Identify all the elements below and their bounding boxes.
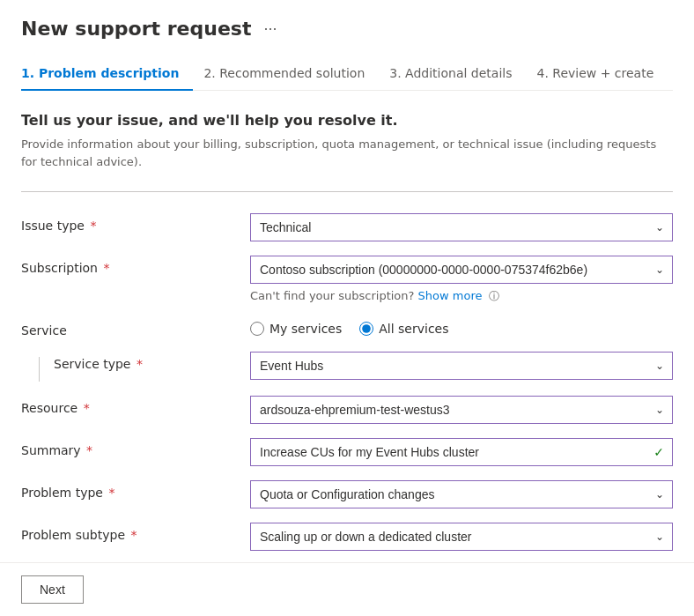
show-more-link[interactable]: Show more (418, 289, 483, 302)
problem-type-select[interactable]: Quota or Configuration changes (250, 480, 673, 508)
info-icon[interactable]: ⓘ (489, 290, 499, 302)
wizard-step-4[interactable]: 4. Review + create (536, 57, 668, 90)
summary-row: Summary * Increase CUs for my Event Hubs… (21, 438, 673, 466)
resource-select[interactable]: ardsouza-ehpremium-test-westus3 (250, 396, 673, 424)
next-button[interactable]: Next (21, 575, 84, 604)
ellipsis-menu-button[interactable]: ··· (260, 18, 280, 40)
issue-type-label: Issue type * (21, 213, 250, 233)
problem-subtype-row: Problem subtype * Scaling up or down a d… (21, 523, 673, 551)
problem-type-control: Quota or Configuration changes ⌄ (250, 480, 673, 508)
service-type-control: Event Hubs ⌄ (250, 352, 673, 380)
section-subtitle: Provide information about your billing, … (21, 136, 673, 170)
summary-select-wrapper: Increase CUs for my Event Hubs cluster ✓ (250, 438, 673, 466)
subscription-select-wrapper: Contoso subscription (00000000-0000-0000… (250, 256, 673, 284)
page-title: New support request (21, 18, 251, 40)
page-footer: Next (0, 562, 694, 616)
problem-subtype-select-wrapper: Scaling up or down a dedicated cluster ⌄ (250, 523, 673, 551)
subscription-hint: Can't find your subscription? Show more … (250, 289, 673, 304)
summary-label: Summary * (21, 438, 250, 457)
issue-type-row: Issue type * Technical ⌄ (21, 213, 673, 241)
subscription-control: Contoso subscription (00000000-0000-0000… (250, 256, 673, 304)
problem-type-label: Problem type * (21, 480, 250, 500)
service-type-row: Service type * Event Hubs ⌄ (21, 352, 673, 382)
wizard-step-3[interactable]: 3. Additional details (389, 57, 526, 90)
subscription-select[interactable]: Contoso subscription (00000000-0000-0000… (250, 256, 673, 284)
resource-label: Resource * (21, 396, 250, 415)
problem-type-row: Problem type * Quota or Configuration ch… (21, 480, 673, 508)
vertical-line (21, 357, 40, 382)
problem-subtype-control: Scaling up or down a dedicated cluster ⌄ (250, 523, 673, 551)
resource-row: Resource * ardsouza-ehpremium-test-westu… (21, 396, 673, 424)
service-all-services-radio[interactable] (359, 322, 373, 336)
page-header: New support request ··· (21, 18, 673, 40)
wizard-steps: 1. Problem description 2. Recommended so… (21, 57, 673, 91)
service-type-indent: Service type * (21, 352, 250, 382)
wizard-step-2[interactable]: 2. Recommended solution (203, 57, 379, 90)
service-my-services-option[interactable]: My services (250, 322, 342, 336)
wizard-step-1[interactable]: 1. Problem description (21, 57, 193, 91)
issue-type-select[interactable]: Technical (250, 213, 673, 241)
problem-type-select-wrapper: Quota or Configuration changes ⌄ (250, 480, 673, 508)
service-type-select-wrapper: Event Hubs ⌄ (250, 352, 673, 380)
summary-control: Increase CUs for my Event Hubs cluster ✓ (250, 438, 673, 466)
service-radio-group: My services All services (250, 318, 673, 336)
service-type-label: Service type * (54, 357, 143, 371)
section-title: Tell us your issue, and we'll help you r… (21, 112, 673, 129)
subscription-label: Subscription * (21, 256, 250, 275)
service-label: Service (21, 318, 250, 338)
service-control: My services All services (250, 318, 673, 336)
problem-subtype-label: Problem subtype * (21, 523, 250, 542)
subscription-row: Subscription * Contoso subscription (000… (21, 256, 673, 304)
problem-subtype-select[interactable]: Scaling up or down a dedicated cluster (250, 523, 673, 551)
issue-type-select-wrapper: Technical ⌄ (250, 213, 673, 241)
service-type-select[interactable]: Event Hubs (250, 352, 673, 380)
resource-control: ardsouza-ehpremium-test-westus3 ⌄ (250, 396, 673, 424)
service-my-services-radio[interactable] (250, 322, 264, 336)
form-divider (21, 191, 673, 192)
service-row: Service My services All services (21, 318, 673, 338)
issue-type-control: Technical ⌄ (250, 213, 673, 241)
resource-select-wrapper: ardsouza-ehpremium-test-westus3 ⌄ (250, 396, 673, 424)
service-all-services-option[interactable]: All services (359, 322, 448, 336)
summary-select[interactable]: Increase CUs for my Event Hubs cluster (250, 438, 673, 466)
